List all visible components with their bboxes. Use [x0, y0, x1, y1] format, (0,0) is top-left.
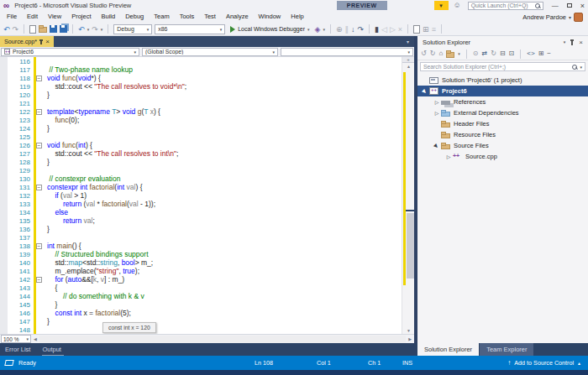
platform-select[interactable]: x86 ▾ [155, 24, 225, 34]
code-line[interactable]: 122−template<typename T> void g(T x) { [0, 107, 414, 116]
sync-with-active-document-icon[interactable]: ⇄ [481, 48, 487, 60]
code-line[interactable]: 128} [0, 158, 414, 166]
forward-icon[interactable]: ↻ [430, 48, 436, 60]
code-line[interactable]: 148 [0, 326, 414, 334]
tab-team-explorer[interactable]: Team Explorer [480, 343, 533, 356]
code-line[interactable]: 123 func(0); [0, 116, 414, 124]
save-all-icon[interactable] [60, 25, 67, 33]
member-dropdown[interactable]: ▾ [281, 48, 413, 56]
start-debugging-button[interactable]: Local Windows Debugger ▾ [228, 26, 312, 33]
home-icon[interactable]: ⌂ [438, 48, 443, 60]
close-tab-icon[interactable]: × [45, 38, 50, 45]
scrollbar-thumb[interactable] [407, 213, 414, 279]
split-editor-handle[interactable]: + [402, 57, 414, 63]
preview-selected-items-icon[interactable]: − [547, 48, 551, 60]
chevron-down-icon[interactable]: ▾ [458, 51, 460, 56]
collapsed-arrow-icon[interactable]: ▷ [433, 110, 441, 116]
fold-collapse-icon[interactable]: − [36, 143, 42, 148]
code-line[interactable]: 134 else [0, 208, 414, 216]
code-line[interactable]: 120} [0, 91, 414, 99]
bookmark-icon[interactable]: ▮ [375, 23, 379, 35]
code-line[interactable]: 129 [0, 166, 414, 174]
attach-to-process-icon[interactable]: ⊕ [336, 23, 343, 35]
tree-item-project6[interactable]: ▶Project6 [417, 86, 588, 96]
scroll-down-icon[interactable]: ▼ [402, 328, 414, 333]
close-panel-icon[interactable]: × [579, 39, 583, 46]
minimize-button[interactable]: — [552, 0, 559, 11]
menu-help[interactable]: Help [286, 11, 308, 23]
pending-changes-filter-icon[interactable]: ⊙ [473, 48, 479, 60]
step-into-icon[interactable]: ↓ [351, 23, 355, 35]
code-line[interactable]: 136} [0, 225, 414, 233]
menu-view[interactable]: View [43, 11, 66, 23]
redo-icon[interactable]: ↷ [92, 23, 98, 35]
step-over-icon[interactable]: ↷ [357, 23, 364, 35]
menu-window[interactable]: Window [254, 11, 286, 23]
vertical-scrollbar[interactable]: + ▲ ▼ [402, 57, 414, 334]
menu-team[interactable]: Team [149, 11, 174, 23]
code-line[interactable]: 133 return (val * factorial(val - 1)); [0, 200, 414, 208]
code-line[interactable]: 124} [0, 124, 414, 133]
code-line[interactable]: 121 [0, 99, 414, 107]
chevron-down-icon[interactable]: ▾ [101, 27, 103, 32]
scope-dropdown[interactable]: (Global Scope) ▾ [142, 48, 278, 56]
code-line[interactable]: 147} [0, 317, 414, 326]
close-button[interactable]: × [580, 2, 585, 10]
chevron-down-icon[interactable]: ▾ [323, 27, 325, 32]
uncomment-icon[interactable]: ⊞ [423, 23, 429, 35]
tree-item-header-files[interactable]: Header Files [417, 118, 588, 129]
tree-item-external-dependencies[interactable]: ▷External Dependencies [417, 107, 588, 118]
break-all-icon[interactable]: ∥ [344, 23, 349, 35]
code-line[interactable]: 144 // do something with k & v [0, 292, 414, 300]
maximize-button[interactable] [567, 3, 572, 8]
menu-file[interactable]: File [2, 11, 22, 23]
menu-project[interactable]: Project [66, 11, 96, 23]
properties-icon[interactable]: ⊞ [538, 48, 544, 60]
menu-test[interactable]: Test [199, 11, 221, 23]
code-line[interactable]: 135 return val; [0, 216, 414, 225]
horizontal-scrollbar[interactable] [39, 336, 406, 343]
tree-item-resource-files[interactable]: Resource Files [417, 129, 588, 140]
code-line[interactable]: 127 std::cout << "The call resolves to i… [0, 149, 414, 158]
code-line[interactable]: 116 [0, 57, 414, 65]
user-area[interactable]: Andrew Pardoe ▾ [522, 13, 586, 22]
code-line[interactable]: 139 // Structured bindings support [0, 250, 414, 258]
code-line[interactable]: 141 m_.emplace("string", true); [0, 267, 414, 275]
view-code-icon[interactable]: <> [527, 48, 534, 60]
collapsed-arrow-icon[interactable]: ▷ [444, 154, 453, 159]
code-line[interactable]: 125 [0, 133, 414, 141]
collapse-all-icon[interactable]: ⊟ [500, 48, 506, 60]
code-line[interactable]: 146 const int x = factorial(5); [0, 309, 414, 317]
code-line[interactable]: 119 std::cout << "The call resolves to v… [0, 82, 414, 91]
code-line[interactable]: 137 [0, 233, 414, 242]
indent-icon[interactable]: ≡ [432, 23, 436, 35]
scroll-up-icon[interactable]: ▲ [402, 64, 414, 69]
scroll-left-icon[interactable]: ◀ [31, 336, 39, 341]
navigate-forward-icon[interactable]: ↷ [13, 23, 19, 35]
menu-tools[interactable]: Tools [175, 11, 200, 23]
code-line[interactable]: 118−void func(void*) { [0, 74, 414, 82]
fold-collapse-icon[interactable]: − [36, 109, 42, 115]
zoom-select[interactable]: 100 % ▾ [1, 335, 31, 343]
tab-output[interactable]: Output [42, 346, 61, 353]
back-icon[interactable]: ↺ [421, 48, 427, 60]
code-editor[interactable]: 116117 // Two-phase name lookup118−void … [0, 57, 414, 334]
code-line[interactable]: 140 std::map<std::string, bool> m_; [0, 258, 414, 267]
collapsed-arrow-icon[interactable]: ▷ [433, 99, 441, 105]
project-dropdown[interactable]: Project6 ▾ [1, 48, 139, 56]
code-line[interactable]: 126−void func(int) { [0, 141, 414, 149]
navigate-backward-icon[interactable]: ↶ [3, 23, 10, 35]
code-line[interactable]: 131−constexpr int factorial(int val) { [0, 183, 414, 191]
code-line[interactable]: 138−int main() { [0, 242, 414, 250]
menu-build[interactable]: Build [97, 11, 121, 23]
next-bookmark-icon[interactable]: ▷ [390, 23, 396, 35]
switch-views-icon[interactable] [446, 52, 454, 58]
open-file-icon[interactable] [39, 27, 47, 33]
performance-profiler-icon[interactable]: ◈ [315, 23, 321, 35]
tab-list-dropdown-icon[interactable]: ▾ [407, 36, 414, 44]
fold-collapse-icon[interactable]: − [36, 243, 42, 249]
tree-item-references[interactable]: ▷References [417, 96, 588, 107]
code-line[interactable]: 143 { [0, 284, 414, 292]
show-all-files-icon[interactable]: ⊡ [509, 48, 515, 60]
tab-solution-explorer[interactable]: Solution Explorer [417, 343, 479, 356]
